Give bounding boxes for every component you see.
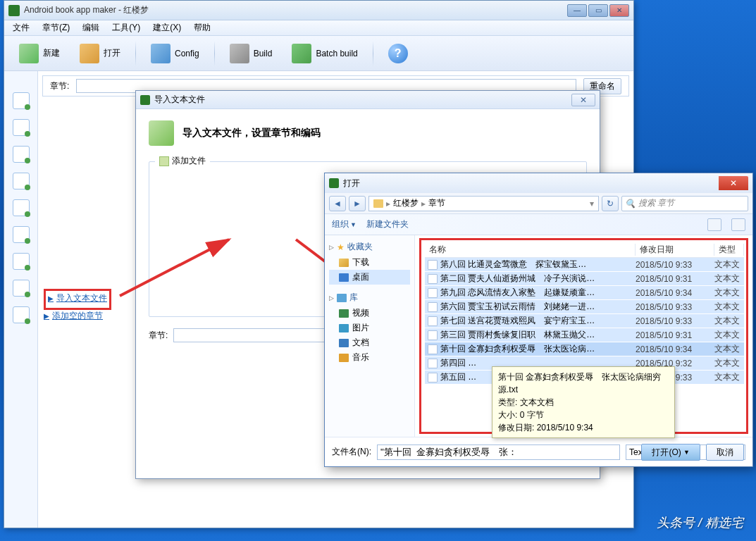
file-type: 文本文 [714,371,744,383]
col-name[interactable]: 名称 [425,244,636,256]
video-icon [339,309,349,318]
add-blank-chapter-link[interactable]: ▶添加空的章节 [44,310,111,322]
file-type: 文本文 [714,287,744,299]
sidebar: ▷★收藏夹 下载 桌面 ▷库 视频 图片 文档 音乐 [325,235,415,437]
dialog-close-button[interactable]: ✕ [571,94,595,106]
rail-icon[interactable] [13,119,30,136]
dialog-titlebar: 导入文本文件 ✕ [136,91,600,109]
help-icon: ? [388,44,408,63]
view-button[interactable] [707,218,721,231]
crumb-root[interactable]: 红楼梦 [393,197,419,209]
menu-help[interactable]: 帮助 [188,20,216,35]
rail-icon[interactable] [13,199,30,216]
back-button[interactable]: ◄ [329,196,346,211]
separator [214,41,215,66]
filename-label: 文件名(N): [332,446,371,458]
build-button[interactable]: Build [222,39,280,68]
rail-icon[interactable] [13,92,30,109]
import-text-link[interactable]: ▶导入文本文件 [48,292,107,304]
open-button[interactable]: 打开(O) ▼ [641,444,700,461]
forward-button[interactable]: ► [349,196,366,211]
file-row[interactable]: 第十回 金寡妇贪利权受辱 张太医论病…2018/5/10 9:34文本文 [425,342,744,356]
file-icon [428,260,438,270]
col-type[interactable]: 类型 [714,244,744,256]
file-row[interactable]: 第三回 贾雨村夤缘复旧职 林黛玉抛父…2018/5/10 9:31文本文 [425,328,744,342]
rail-icon[interactable] [13,146,30,163]
open-button[interactable]: 打开 [72,39,128,68]
rail-icon[interactable] [13,226,30,243]
sidebar-library[interactable]: ▷库 [329,292,410,304]
cancel-button[interactable]: 取消 [706,444,744,461]
open-dialog-close-button[interactable]: ✕ [719,176,748,190]
desktop-icon [339,273,349,282]
file-row[interactable]: 第二回 贾夫人仙逝扬州城 冷子兴演说…2018/5/10 9:31文本文 [425,272,744,286]
maximize-button[interactable]: ▭ [588,4,608,17]
app-icon [8,5,20,16]
sidebar-pictures[interactable]: 图片 [329,321,410,335]
rail-icon[interactable] [13,280,30,297]
file-type: 文本文 [714,343,744,355]
file-type: 文本文 [714,329,744,341]
help-button[interactable]: ? [380,39,416,68]
minimize-button[interactable]: — [567,4,587,17]
col-date[interactable]: 修改日期 [636,244,714,256]
import-header-icon [149,120,174,146]
config-button[interactable]: Config [143,39,207,68]
batch-label: Batch build [316,49,357,58]
file-date: 2018/5/10 9:31 [636,274,714,284]
file-name: 第三回 贾雨村夤缘复旧职 林黛玉抛父… [440,329,636,341]
new-icon [19,44,39,63]
file-type: 文本文 [714,315,744,327]
document-icon [339,339,349,347]
help-button[interactable] [731,218,745,231]
menu-file[interactable]: 文件 [7,20,35,35]
menu-tools[interactable]: 工具(Y) [106,20,146,35]
open-dialog-title: 打开 [343,178,719,189]
sidebar-music[interactable]: 音乐 [329,350,410,365]
search-placeholder: 搜索 章节 [638,197,674,209]
sidebar-desktop[interactable]: 桌面 [329,270,410,285]
file-row[interactable]: 第八回 比通灵金莺微意 探宝钗黛玉…2018/5/10 9:33文本文 [425,258,744,272]
file-icon [428,316,438,326]
file-icon [428,373,438,383]
dialog-icon [140,95,150,105]
rail-icon[interactable] [13,173,30,189]
file-name: 第十回 金寡妇贪利权受辱 张太医论病… [440,343,636,355]
rail-icon[interactable] [13,253,30,270]
new-button[interactable]: 新建 [11,39,68,68]
pictures-label: 图片 [352,322,369,334]
file-date: 2018/5/10 9:34 [636,288,714,298]
rail-icon[interactable] [13,306,30,323]
file-name: 第七回 送宫花贾琏戏熙凤 宴宁府宝玉… [440,315,636,327]
new-folder-button[interactable]: 新建文件夹 [366,218,409,230]
open-toolbar: 组织 ▼ 新建文件夹 [325,214,752,235]
menu-edit[interactable]: 编辑 [77,20,105,35]
sidebar-favorites[interactable]: ▷★收藏夹 [329,241,410,253]
breadcrumb[interactable]: ▸ 红楼梦 ▸ 章节 ▾ [368,196,599,211]
chevron-icon: ▶ [48,294,54,302]
folder-icon [373,199,383,208]
file-row[interactable]: 第六回 贾宝玉初试云雨情 刘姥姥一进…2018/5/10 9:33文本文 [425,300,744,314]
organize-button[interactable]: 组织 ▼ [332,218,357,230]
config-label: Config [175,49,199,58]
filename-input[interactable] [377,444,620,460]
sidebar-downloads[interactable]: 下载 [329,255,410,270]
file-row[interactable]: 第七回 送宫花贾琏戏熙凤 宴宁府宝玉…2018/5/10 9:33文本文 [425,314,744,328]
music-icon [339,354,349,362]
chapter-label: 章节: [149,330,168,342]
sidebar-documents[interactable]: 文档 [329,335,410,350]
file-name: 第八回 比通灵金莺微意 探宝钗黛玉… [440,259,636,270]
config-icon [151,44,171,63]
refresh-button[interactable]: ↻ [602,196,619,211]
downloads-label: 下载 [352,256,369,268]
file-date: 2018/5/10 9:33 [636,316,714,326]
batch-build-button[interactable]: Batch build [284,39,365,68]
file-row[interactable]: 第九回 恋风流情友入家塾 起嫌疑顽童…2018/5/10 9:34文本文 [425,286,744,300]
close-button[interactable]: ✕ [609,4,629,17]
file-icon [428,302,438,312]
sidebar-videos[interactable]: 视频 [329,306,410,321]
search-input[interactable]: 🔍搜索 章节 [621,196,748,211]
crumb-sub[interactable]: 章节 [428,197,445,209]
menu-chapter[interactable]: 章节(Z) [37,20,75,35]
menu-build[interactable]: 建立(X) [147,20,187,35]
